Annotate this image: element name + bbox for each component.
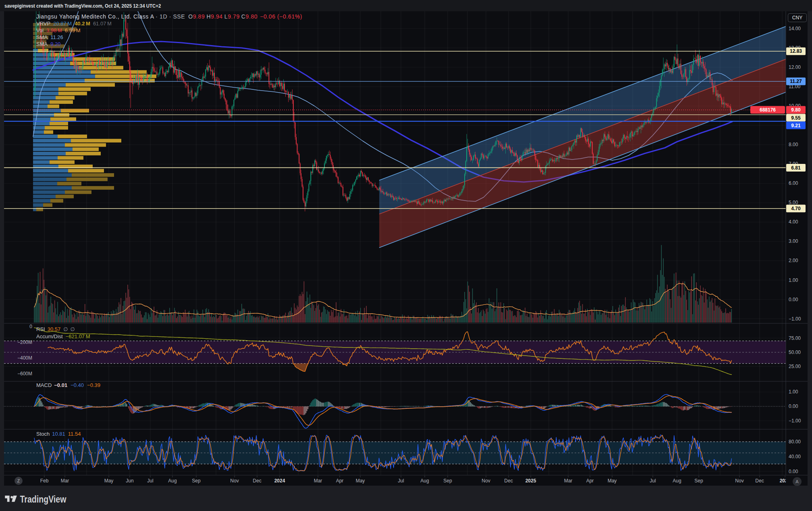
svg-text:0: 0 (29, 324, 32, 329)
svg-text:14.00: 14.00 (789, 26, 801, 31)
svg-text:May: May (104, 478, 114, 484)
svg-text:Mar: Mar (564, 478, 573, 484)
svg-text:Nov: Nov (230, 478, 239, 484)
svg-text:2024: 2024 (274, 478, 285, 484)
svg-text:0.00: 0.00 (789, 297, 798, 302)
svg-text:−400M: −400M (17, 355, 32, 361)
svg-text:Vol3.98 M6.59 M: Vol3.98 M6.59 M (36, 27, 81, 33)
svg-text:Sep: Sep (192, 478, 201, 484)
svg-text:Dec: Dec (504, 478, 513, 484)
svg-text:688176: 688176 (760, 107, 776, 113)
svg-text:2.00: 2.00 (789, 258, 798, 263)
svg-text:6.81: 6.81 (791, 165, 801, 171)
svg-text:11.27: 11.27 (790, 79, 802, 84)
svg-text:−1.00: −1.00 (789, 316, 801, 322)
svg-text:TradingView: TradingView (20, 494, 66, 505)
svg-text:4.70: 4.70 (791, 206, 801, 211)
svg-text:8.00: 8.00 (789, 142, 798, 147)
svg-text:−1.00: −1.00 (789, 418, 801, 424)
svg-text:Jul: Jul (650, 478, 656, 484)
svg-text:25.00: 25.00 (789, 364, 801, 369)
svg-text:1.00: 1.00 (789, 277, 798, 283)
svg-text:Mar: Mar (61, 478, 69, 484)
svg-text:5.00: 5.00 (789, 200, 798, 205)
svg-text:Jiangsu Yahong Meditech Co., L: Jiangsu Yahong Meditech Co., Ltd. Class … (36, 13, 302, 20)
svg-text:12.83: 12.83 (790, 48, 802, 54)
svg-text:Stoch10.8111.54: Stoch10.8111.54 (36, 431, 81, 437)
svg-text:9.55: 9.55 (791, 115, 801, 121)
svg-text:Mar: Mar (314, 478, 322, 484)
svg-text:9.21: 9.21 (791, 123, 801, 128)
svg-text:2025: 2025 (525, 478, 536, 484)
svg-text:80.00: 80.00 (789, 439, 801, 445)
svg-text:9.80: 9.80 (791, 107, 801, 113)
svg-text:A: A (795, 479, 799, 484)
svg-text:Aug: Aug (420, 478, 429, 484)
svg-text:Dec: Dec (253, 478, 261, 484)
svg-text:Jun: Jun (126, 478, 133, 484)
svg-text:0.00: 0.00 (789, 403, 798, 409)
svg-text:Nov: Nov (735, 478, 743, 484)
svg-text:Sep: Sep (443, 478, 452, 484)
svg-text:Apr: Apr (586, 478, 594, 484)
svg-text:−600M: −600M (17, 371, 32, 377)
svg-text:May: May (608, 478, 617, 484)
svg-text:Feb: Feb (40, 478, 49, 484)
svg-text:1.00: 1.00 (789, 389, 798, 395)
svg-text:Nov: Nov (482, 478, 490, 484)
svg-text:12.00: 12.00 (789, 64, 801, 70)
svg-text:Jul: Jul (147, 478, 153, 484)
svg-text:50.00: 50.00 (789, 350, 801, 355)
svg-text:Apr: Apr (336, 478, 344, 484)
svg-text:savepiginvest created with Tra: savepiginvest created with TradingView.c… (4, 3, 161, 9)
svg-text:Jul: Jul (398, 478, 404, 484)
svg-text:75.00: 75.00 (789, 335, 801, 341)
svg-text:Dec: Dec (755, 478, 764, 484)
svg-text:Aug: Aug (168, 478, 177, 484)
svg-text:May: May (356, 478, 365, 484)
svg-text:−200M: −200M (17, 339, 32, 345)
svg-text:CNY: CNY (792, 15, 802, 21)
svg-text:6.00: 6.00 (789, 180, 798, 186)
svg-text:Sep: Sep (694, 478, 703, 484)
svg-text:3.00: 3.00 (789, 238, 798, 244)
svg-text:40.00: 40.00 (789, 454, 801, 459)
svg-text:Z: Z (17, 478, 20, 483)
svg-text:0.00: 0.00 (789, 469, 798, 474)
svg-text:Aug: Aug (673, 478, 681, 484)
svg-text:4.00: 4.00 (789, 219, 798, 225)
